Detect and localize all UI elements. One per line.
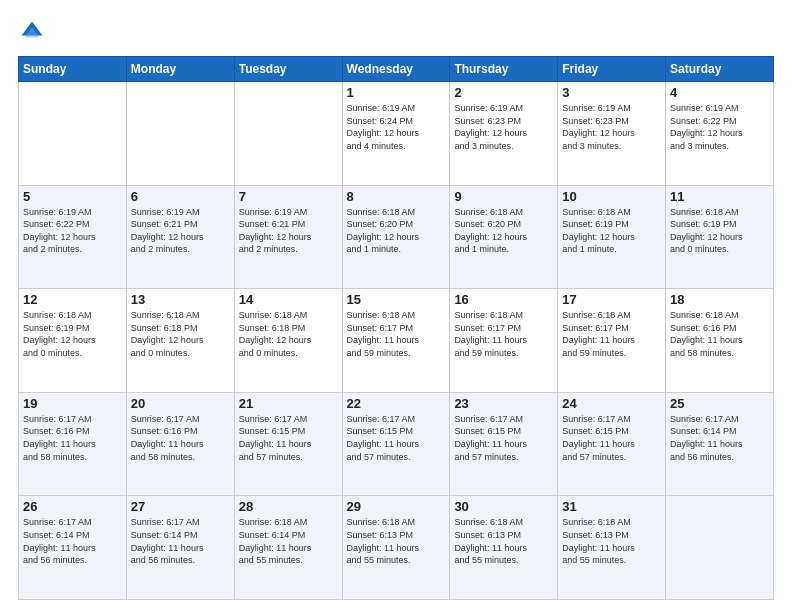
calendar-cell: 3Sunrise: 6:19 AM Sunset: 6:23 PM Daylig…	[558, 82, 666, 186]
day-number: 1	[347, 85, 446, 100]
day-number: 26	[23, 499, 122, 514]
day-info: Sunrise: 6:18 AM Sunset: 6:16 PM Dayligh…	[670, 309, 769, 359]
calendar-cell: 1Sunrise: 6:19 AM Sunset: 6:24 PM Daylig…	[342, 82, 450, 186]
calendar-cell: 25Sunrise: 6:17 AM Sunset: 6:14 PM Dayli…	[666, 392, 774, 496]
page: SundayMondayTuesdayWednesdayThursdayFrid…	[0, 0, 792, 612]
calendar-cell: 15Sunrise: 6:18 AM Sunset: 6:17 PM Dayli…	[342, 289, 450, 393]
day-number: 24	[562, 396, 661, 411]
day-info: Sunrise: 6:18 AM Sunset: 6:13 PM Dayligh…	[347, 516, 446, 566]
day-number: 18	[670, 292, 769, 307]
calendar-cell	[666, 496, 774, 600]
calendar-cell: 12Sunrise: 6:18 AM Sunset: 6:19 PM Dayli…	[19, 289, 127, 393]
calendar-cell: 19Sunrise: 6:17 AM Sunset: 6:16 PM Dayli…	[19, 392, 127, 496]
day-number: 15	[347, 292, 446, 307]
day-info: Sunrise: 6:19 AM Sunset: 6:21 PM Dayligh…	[131, 206, 230, 256]
day-number: 29	[347, 499, 446, 514]
calendar-cell: 28Sunrise: 6:18 AM Sunset: 6:14 PM Dayli…	[234, 496, 342, 600]
header-day-thursday: Thursday	[450, 57, 558, 82]
calendar-cell: 14Sunrise: 6:18 AM Sunset: 6:18 PM Dayli…	[234, 289, 342, 393]
calendar-cell: 9Sunrise: 6:18 AM Sunset: 6:20 PM Daylig…	[450, 185, 558, 289]
calendar-header: SundayMondayTuesdayWednesdayThursdayFrid…	[19, 57, 774, 82]
header-row: SundayMondayTuesdayWednesdayThursdayFrid…	[19, 57, 774, 82]
header-day-friday: Friday	[558, 57, 666, 82]
calendar-week-3: 12Sunrise: 6:18 AM Sunset: 6:19 PM Dayli…	[19, 289, 774, 393]
day-number: 25	[670, 396, 769, 411]
calendar-cell: 29Sunrise: 6:18 AM Sunset: 6:13 PM Dayli…	[342, 496, 450, 600]
day-number: 27	[131, 499, 230, 514]
header-day-wednesday: Wednesday	[342, 57, 450, 82]
calendar-cell: 10Sunrise: 6:18 AM Sunset: 6:19 PM Dayli…	[558, 185, 666, 289]
calendar-cell: 21Sunrise: 6:17 AM Sunset: 6:15 PM Dayli…	[234, 392, 342, 496]
day-number: 4	[670, 85, 769, 100]
header-day-tuesday: Tuesday	[234, 57, 342, 82]
day-number: 10	[562, 189, 661, 204]
day-number: 20	[131, 396, 230, 411]
day-info: Sunrise: 6:19 AM Sunset: 6:21 PM Dayligh…	[239, 206, 338, 256]
calendar-week-5: 26Sunrise: 6:17 AM Sunset: 6:14 PM Dayli…	[19, 496, 774, 600]
day-info: Sunrise: 6:18 AM Sunset: 6:19 PM Dayligh…	[670, 206, 769, 256]
day-info: Sunrise: 6:17 AM Sunset: 6:15 PM Dayligh…	[347, 413, 446, 463]
day-number: 3	[562, 85, 661, 100]
day-info: Sunrise: 6:19 AM Sunset: 6:24 PM Dayligh…	[347, 102, 446, 152]
day-info: Sunrise: 6:18 AM Sunset: 6:17 PM Dayligh…	[454, 309, 553, 359]
header-day-monday: Monday	[126, 57, 234, 82]
day-info: Sunrise: 6:18 AM Sunset: 6:17 PM Dayligh…	[562, 309, 661, 359]
day-info: Sunrise: 6:19 AM Sunset: 6:22 PM Dayligh…	[670, 102, 769, 152]
day-info: Sunrise: 6:19 AM Sunset: 6:23 PM Dayligh…	[562, 102, 661, 152]
day-info: Sunrise: 6:18 AM Sunset: 6:13 PM Dayligh…	[454, 516, 553, 566]
day-number: 5	[23, 189, 122, 204]
calendar-cell: 16Sunrise: 6:18 AM Sunset: 6:17 PM Dayli…	[450, 289, 558, 393]
calendar-cell: 5Sunrise: 6:19 AM Sunset: 6:22 PM Daylig…	[19, 185, 127, 289]
day-number: 19	[23, 396, 122, 411]
day-info: Sunrise: 6:17 AM Sunset: 6:15 PM Dayligh…	[239, 413, 338, 463]
day-info: Sunrise: 6:18 AM Sunset: 6:20 PM Dayligh…	[454, 206, 553, 256]
day-number: 30	[454, 499, 553, 514]
calendar-cell: 24Sunrise: 6:17 AM Sunset: 6:15 PM Dayli…	[558, 392, 666, 496]
day-number: 7	[239, 189, 338, 204]
header	[18, 18, 774, 46]
calendar-cell: 20Sunrise: 6:17 AM Sunset: 6:16 PM Dayli…	[126, 392, 234, 496]
calendar-cell	[126, 82, 234, 186]
day-number: 14	[239, 292, 338, 307]
day-info: Sunrise: 6:18 AM Sunset: 6:18 PM Dayligh…	[239, 309, 338, 359]
header-day-sunday: Sunday	[19, 57, 127, 82]
day-info: Sunrise: 6:17 AM Sunset: 6:15 PM Dayligh…	[562, 413, 661, 463]
day-number: 8	[347, 189, 446, 204]
day-number: 9	[454, 189, 553, 204]
calendar-table: SundayMondayTuesdayWednesdayThursdayFrid…	[18, 56, 774, 600]
calendar-week-4: 19Sunrise: 6:17 AM Sunset: 6:16 PM Dayli…	[19, 392, 774, 496]
day-info: Sunrise: 6:17 AM Sunset: 6:16 PM Dayligh…	[23, 413, 122, 463]
header-day-saturday: Saturday	[666, 57, 774, 82]
calendar-cell: 18Sunrise: 6:18 AM Sunset: 6:16 PM Dayli…	[666, 289, 774, 393]
day-info: Sunrise: 6:18 AM Sunset: 6:17 PM Dayligh…	[347, 309, 446, 359]
day-number: 16	[454, 292, 553, 307]
day-number: 6	[131, 189, 230, 204]
day-info: Sunrise: 6:18 AM Sunset: 6:19 PM Dayligh…	[23, 309, 122, 359]
day-number: 12	[23, 292, 122, 307]
day-number: 13	[131, 292, 230, 307]
calendar-cell: 27Sunrise: 6:17 AM Sunset: 6:14 PM Dayli…	[126, 496, 234, 600]
calendar-cell: 7Sunrise: 6:19 AM Sunset: 6:21 PM Daylig…	[234, 185, 342, 289]
day-info: Sunrise: 6:18 AM Sunset: 6:20 PM Dayligh…	[347, 206, 446, 256]
day-info: Sunrise: 6:19 AM Sunset: 6:23 PM Dayligh…	[454, 102, 553, 152]
day-number: 2	[454, 85, 553, 100]
day-number: 23	[454, 396, 553, 411]
calendar-week-1: 1Sunrise: 6:19 AM Sunset: 6:24 PM Daylig…	[19, 82, 774, 186]
day-info: Sunrise: 6:17 AM Sunset: 6:14 PM Dayligh…	[23, 516, 122, 566]
day-number: 21	[239, 396, 338, 411]
calendar-cell: 2Sunrise: 6:19 AM Sunset: 6:23 PM Daylig…	[450, 82, 558, 186]
calendar-cell	[234, 82, 342, 186]
calendar-cell: 22Sunrise: 6:17 AM Sunset: 6:15 PM Dayli…	[342, 392, 450, 496]
calendar-cell	[19, 82, 127, 186]
logo-icon	[18, 18, 46, 46]
day-number: 17	[562, 292, 661, 307]
calendar-cell: 31Sunrise: 6:18 AM Sunset: 6:13 PM Dayli…	[558, 496, 666, 600]
day-info: Sunrise: 6:17 AM Sunset: 6:15 PM Dayligh…	[454, 413, 553, 463]
day-info: Sunrise: 6:18 AM Sunset: 6:14 PM Dayligh…	[239, 516, 338, 566]
logo	[18, 18, 50, 46]
day-number: 11	[670, 189, 769, 204]
day-number: 22	[347, 396, 446, 411]
day-info: Sunrise: 6:18 AM Sunset: 6:19 PM Dayligh…	[562, 206, 661, 256]
calendar-cell: 8Sunrise: 6:18 AM Sunset: 6:20 PM Daylig…	[342, 185, 450, 289]
day-info: Sunrise: 6:17 AM Sunset: 6:14 PM Dayligh…	[670, 413, 769, 463]
